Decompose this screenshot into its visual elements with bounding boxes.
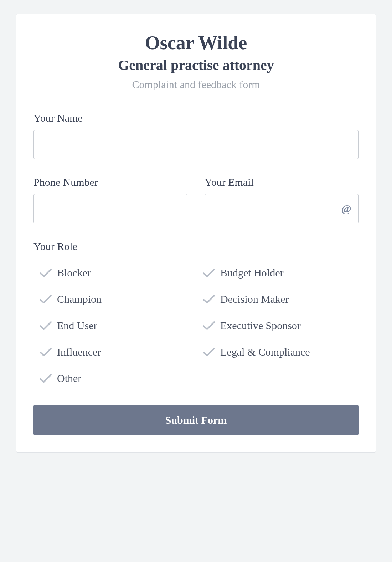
check-icon <box>39 294 52 304</box>
check-icon <box>202 294 215 304</box>
role-option-executive-sponsor[interactable]: Executive Sponsor <box>202 320 359 332</box>
name-label: Your Name <box>33 112 359 124</box>
submit-button[interactable]: Submit Form <box>33 405 359 435</box>
email-label: Your Email <box>205 176 359 188</box>
check-icon <box>202 321 215 331</box>
role-option-label: Champion <box>57 293 102 305</box>
email-input[interactable] <box>205 194 359 223</box>
role-option-legal-compliance[interactable]: Legal & Compliance <box>202 346 359 358</box>
contact-row: Phone Number Your Email @ <box>33 176 359 223</box>
role-field-group: Your Role Blocker Budget Holder Champion <box>33 240 359 384</box>
role-option-end-user[interactable]: End User <box>39 320 195 332</box>
role-option-label: Decision Maker <box>220 293 289 305</box>
role-option-label: Executive Sponsor <box>220 320 301 332</box>
role-label: Your Role <box>33 240 359 252</box>
phone-label: Phone Number <box>33 176 187 188</box>
role-option-label: End User <box>57 320 97 332</box>
role-option-champion[interactable]: Champion <box>39 293 195 305</box>
form-title: Oscar Wilde <box>33 32 359 54</box>
role-option-label: Influencer <box>57 346 101 358</box>
role-option-label: Budget Holder <box>220 267 283 279</box>
email-input-wrapper: @ <box>205 194 359 223</box>
email-field-group: Your Email @ <box>205 176 359 223</box>
check-icon <box>202 347 215 357</box>
check-icon <box>39 373 52 383</box>
phone-field-group: Phone Number <box>33 176 187 223</box>
phone-input[interactable] <box>33 194 187 223</box>
role-grid: Blocker Budget Holder Champion Decision … <box>33 258 359 384</box>
role-option-budget-holder[interactable]: Budget Holder <box>202 267 359 279</box>
check-icon <box>39 321 52 331</box>
role-option-decision-maker[interactable]: Decision Maker <box>202 293 359 305</box>
role-option-label: Legal & Compliance <box>220 346 310 358</box>
name-input[interactable] <box>33 130 359 159</box>
form-subtitle: General practise attorney <box>33 57 359 73</box>
role-option-label: Blocker <box>57 267 91 279</box>
role-option-influencer[interactable]: Influencer <box>39 346 195 358</box>
role-option-blocker[interactable]: Blocker <box>39 267 195 279</box>
form-header: Oscar Wilde General practise attorney Co… <box>33 32 359 91</box>
form-card: Oscar Wilde General practise attorney Co… <box>16 14 376 453</box>
check-icon <box>39 347 52 357</box>
role-option-label: Other <box>57 372 81 384</box>
name-field-group: Your Name <box>33 112 359 159</box>
at-icon: @ <box>341 203 351 215</box>
form-description: Complaint and feedback form <box>33 78 359 91</box>
check-icon <box>39 268 52 278</box>
check-icon <box>202 268 215 278</box>
role-option-other[interactable]: Other <box>39 372 195 384</box>
